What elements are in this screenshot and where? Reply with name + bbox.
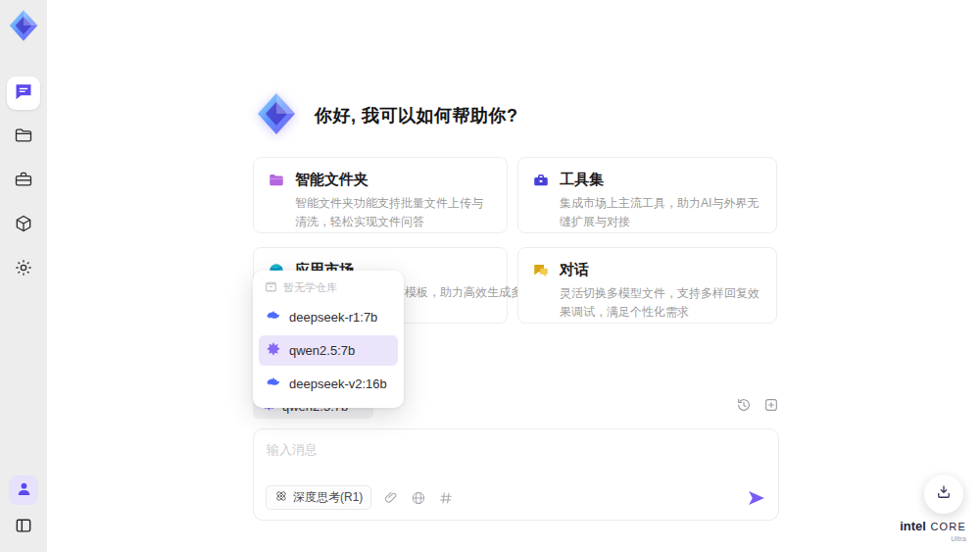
card-desc: 智能文件夹功能支持批量文件上传与清洗，轻松实现文件问答: [295, 194, 493, 230]
gear-icon: [14, 258, 33, 281]
sidebar-item-models[interactable]: [7, 209, 40, 242]
hash-icon[interactable]: [438, 490, 454, 506]
folder-purple-icon: [268, 172, 285, 189]
deepseek-whale-icon: [266, 308, 281, 326]
sidebar-item-profile[interactable]: [9, 476, 38, 505]
sidebar-item-folders[interactable]: [7, 121, 40, 154]
message-input-placeholder: 输入消息: [267, 441, 318, 459]
model-option-label: deepseek-v2:16b: [289, 376, 387, 391]
deep-think-label: 深度思考(R1): [293, 489, 363, 506]
app-window: 你好, 我可以如何帮助你? 智能文件夹 智能文件夹功能支持批量文件上传与清洗，轻…: [0, 0, 980, 552]
core-wordmark: CORE: [930, 521, 966, 532]
greeting-title: 你好, 我可以如何帮助你?: [315, 104, 518, 127]
deepseek-whale-icon: [266, 375, 281, 393]
briefcase-indigo-icon: [532, 172, 550, 189]
chat-bubble-icon: [14, 81, 33, 105]
model-option-label: qwen2.5:7b: [289, 343, 355, 358]
new-chat-icon[interactable]: [763, 397, 779, 417]
card-title: 智能文件夹: [295, 171, 493, 189]
model-option-qwen[interactable]: qwen2.5:7b: [259, 335, 398, 366]
deep-think-toggle[interactable]: 深度思考(R1): [266, 485, 371, 510]
qwen-icon: [266, 341, 281, 360]
send-icon[interactable]: [747, 488, 766, 508]
sidebar-item-tools[interactable]: [7, 165, 40, 198]
message-composer[interactable]: 输入消息 深度思考(R1): [253, 428, 779, 521]
repo-box-icon: [265, 280, 277, 295]
card-title: 对话: [560, 261, 762, 279]
sidebar-bottom: [9, 476, 38, 542]
sidebar-item-panel[interactable]: [9, 513, 38, 542]
atom-icon: [274, 489, 288, 506]
paperclip-icon[interactable]: [383, 490, 399, 506]
download-icon: [935, 483, 953, 505]
model-dropdown: 暂无学仓库 deepseek-r1:7b qwen2.5:7b deepseek…: [253, 271, 404, 408]
download-button[interactable]: [924, 475, 963, 514]
model-option-deepseek-r1[interactable]: deepseek-r1:7b: [259, 302, 398, 332]
folder-icon: [14, 125, 33, 149]
card-desc: 集成市场上主流工具，助力AI与外界无缝扩展与对接: [560, 194, 762, 230]
card-desc-partial: 本模板，助力高效生成多: [393, 284, 522, 301]
chat-toolbar: [736, 397, 779, 417]
chat-gold-icon: [532, 262, 550, 279]
history-icon[interactable]: [736, 397, 752, 417]
intel-wordmark: intel: [900, 519, 926, 533]
intel-core-logo: intel CORE Ultra: [900, 517, 966, 543]
greeting: 你好, 我可以如何帮助你?: [253, 90, 518, 141]
model-dropdown-header-label: 暂无学仓库: [283, 280, 337, 295]
card-conversation[interactable]: 对话 灵活切换多模型文件，支持多样回复效果调试，满足个性化需求: [517, 247, 777, 324]
main-content: 你好, 我可以如何帮助你? 智能文件夹 智能文件夹功能支持批量文件上传与清洗，轻…: [253, 0, 779, 552]
sidebar: [0, 0, 47, 552]
sidebar-nav: [7, 76, 40, 297]
card-title: 工具集: [560, 171, 762, 189]
model-dropdown-header: 暂无学仓库: [259, 276, 398, 302]
sidebar-item-chat[interactable]: [7, 76, 40, 110]
panel-icon: [14, 516, 33, 539]
cube-icon: [14, 214, 33, 237]
composer-toolbar: 深度思考(R1): [266, 485, 766, 510]
card-toolset[interactable]: 工具集 集成市场上主流工具，助力AI与外界无缝扩展与对接: [517, 157, 777, 233]
globe-icon[interactable]: [411, 490, 426, 506]
card-desc: 灵活切换多模型文件，支持多样回复效果调试，满足个性化需求: [560, 284, 762, 321]
user-icon: [16, 480, 32, 501]
ultra-wordmark: Ultra: [900, 535, 966, 543]
model-option-deepseek-v2[interactable]: deepseek-v2:16b: [259, 369, 398, 399]
card-smart-folder[interactable]: 智能文件夹 智能文件夹功能支持批量文件上传与清洗，轻松实现文件问答: [253, 157, 508, 233]
briefcase-icon: [14, 170, 33, 193]
assistant-logo-icon: [253, 90, 300, 141]
app-logo-icon: [6, 8, 41, 43]
model-option-label: deepseek-r1:7b: [289, 310, 377, 325]
sidebar-item-settings[interactable]: [7, 253, 40, 286]
